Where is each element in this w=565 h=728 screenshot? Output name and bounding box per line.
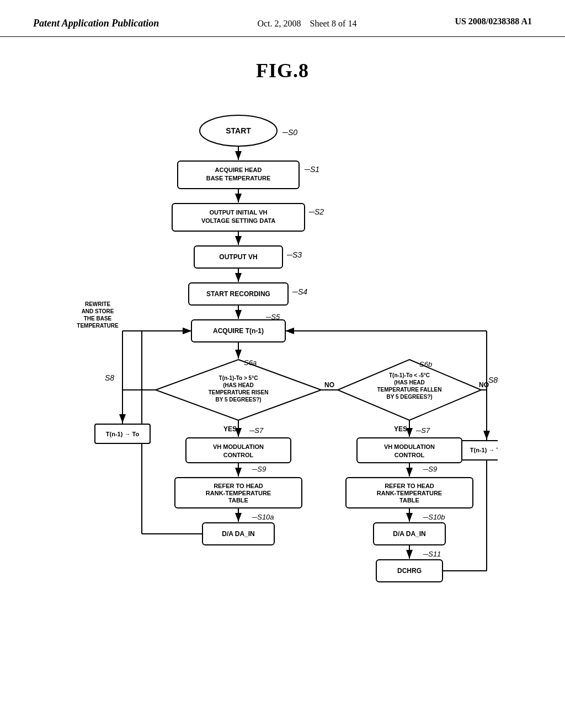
- svg-text:TABLE: TABLE: [228, 497, 248, 504]
- svg-text:─S7: ─S7: [415, 426, 430, 435]
- svg-text:T(n-1) → To: T(n-1) → To: [106, 431, 140, 437]
- svg-text:S6b: S6b: [419, 360, 432, 368]
- svg-text:CONTROL: CONTROL: [395, 452, 425, 458]
- svg-text:START: START: [226, 126, 251, 135]
- svg-text:START RECORDING: START RECORDING: [206, 290, 270, 298]
- publication-title: Patent Application Publication: [33, 17, 159, 30]
- svg-text:(HAS HEAD: (HAS HEAD: [394, 379, 425, 386]
- svg-text:BY 5 DEGREES?): BY 5 DEGREES?): [386, 394, 432, 400]
- svg-text:─S10a: ─S10a: [252, 513, 274, 521]
- figure-area: FIG.8 START ─S0 ACQUIRE HEAD BASE TEMPER…: [0, 59, 565, 728]
- flowchart: START ─S0 ACQUIRE HEAD BASE TEMPERATURE …: [67, 109, 498, 728]
- svg-text:─S7: ─S7: [249, 426, 264, 435]
- svg-text:TABLE: TABLE: [399, 497, 419, 504]
- svg-text:─S3: ─S3: [286, 250, 302, 259]
- svg-text:─S1: ─S1: [304, 165, 319, 174]
- svg-text:VOLTAGE SETTING DATA: VOLTAGE SETTING DATA: [201, 217, 275, 224]
- svg-text:─S9: ─S9: [423, 465, 437, 473]
- svg-text:S8: S8: [105, 373, 114, 382]
- svg-text:OUTPUT INITIAL VH: OUTPUT INITIAL VH: [210, 209, 268, 216]
- svg-text:─S2: ─S2: [308, 207, 324, 216]
- svg-text:T(n-1) → To: T(n-1) → To: [470, 447, 498, 453]
- page-header: Patent Application Publication Oct. 2, 2…: [0, 0, 565, 37]
- svg-text:REFER TO HEAD: REFER TO HEAD: [385, 483, 434, 489]
- svg-text:TEMPERATURE: TEMPERATURE: [77, 323, 119, 329]
- svg-text:DCHRG: DCHRG: [397, 567, 422, 575]
- svg-text:D/A DA_IN: D/A DA_IN: [393, 530, 426, 538]
- svg-text:─S11: ─S11: [423, 550, 441, 558]
- svg-text:S6a: S6a: [244, 358, 257, 367]
- svg-text:─S10b: ─S10b: [423, 513, 445, 521]
- svg-text:S8: S8: [488, 376, 498, 384]
- svg-text:T(n-1)-To < -5°C: T(n-1)-To < -5°C: [389, 372, 430, 378]
- svg-text:T(n-1)-To > 5°C: T(n-1)-To > 5°C: [219, 375, 258, 381]
- svg-text:TEMPERATURE RISEN: TEMPERATURE RISEN: [209, 389, 269, 395]
- svg-text:D/A DA_IN: D/A DA_IN: [222, 530, 255, 538]
- svg-text:ACQUIRE HEAD: ACQUIRE HEAD: [215, 167, 262, 173]
- svg-text:NO: NO: [324, 381, 334, 389]
- svg-text:YES: YES: [394, 425, 407, 433]
- svg-rect-82: [357, 438, 462, 463]
- svg-text:BASE TEMPERATURE: BASE TEMPERATURE: [206, 175, 271, 181]
- svg-text:REWRITE: REWRITE: [85, 301, 110, 307]
- flowchart-svg: START ─S0 ACQUIRE HEAD BASE TEMPERATURE …: [67, 109, 498, 728]
- svg-text:RANK-TEMPERATURE: RANK-TEMPERATURE: [377, 490, 442, 496]
- svg-text:VH MODULATION: VH MODULATION: [384, 443, 435, 450]
- patent-number: US 2008/0238388 A1: [455, 17, 532, 26]
- svg-text:RANK-TEMPERATURE: RANK-TEMPERATURE: [206, 490, 271, 496]
- svg-text:THE BASE: THE BASE: [84, 315, 112, 322]
- svg-text:TEMPERATURE FALLEN: TEMPERATURE FALLEN: [377, 387, 441, 393]
- svg-text:─S4: ─S4: [292, 287, 307, 296]
- svg-text:OUTPUT VH: OUTPUT VH: [219, 253, 257, 261]
- svg-text:ACQUIRE T(n-1): ACQUIRE T(n-1): [213, 327, 264, 335]
- svg-text:─S9: ─S9: [252, 465, 266, 473]
- svg-text:─S0: ─S0: [282, 128, 297, 137]
- svg-text:VH MODULATION: VH MODULATION: [213, 443, 264, 450]
- svg-text:AND STORE: AND STORE: [82, 308, 114, 314]
- svg-text:BY 5 DEGREES?): BY 5 DEGREES?): [215, 397, 261, 403]
- figure-title: FIG.8: [0, 59, 565, 82]
- svg-text:REFER TO HEAD: REFER TO HEAD: [214, 483, 263, 489]
- svg-text:(HAS HEAD: (HAS HEAD: [223, 382, 254, 388]
- publication-date-sheet: Oct. 2, 2008 Sheet 8 of 14: [257, 17, 356, 31]
- svg-text:YES: YES: [223, 425, 237, 433]
- svg-text:NO: NO: [479, 381, 489, 389]
- svg-rect-42: [186, 438, 291, 463]
- svg-text:CONTROL: CONTROL: [223, 452, 254, 458]
